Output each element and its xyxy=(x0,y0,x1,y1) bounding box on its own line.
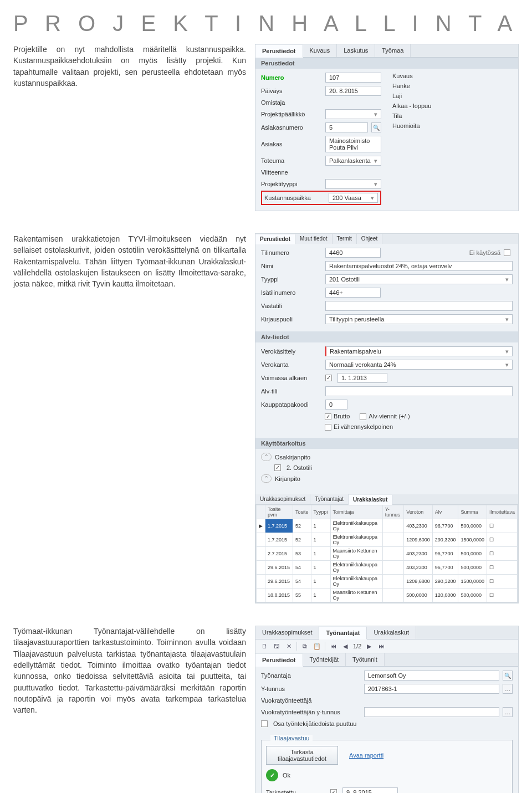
subtab-tyontekijat[interactable]: Työntekijät xyxy=(303,653,346,666)
label-isatilinumero: Isätilinumero xyxy=(261,289,322,296)
eivahennys-checkbox[interactable] xyxy=(325,424,331,431)
label-tyonantaja: Työnantaja xyxy=(261,672,361,679)
urakkalaskut-grid[interactable]: Tosite pvmTositeTyyppiToimittajaY-tunnus… xyxy=(255,504,518,603)
last-icon[interactable]: ⏭ xyxy=(377,642,386,651)
new-icon[interactable]: 🗋 xyxy=(260,642,269,651)
kustannuspaikka-select[interactable]: 200 Vaasa xyxy=(329,193,378,203)
section-header: Perustiedot xyxy=(255,58,518,69)
label-voimassa: Voimassa alkaen xyxy=(261,375,322,381)
brutto-checkbox[interactable] xyxy=(325,413,331,420)
nimi-field[interactable]: Rakentamispalveluostot 24%, ostaja verov… xyxy=(325,261,513,271)
tab-perustiedot2[interactable]: Perustiedot xyxy=(255,234,295,244)
label-paallikko: Projektipäällikkö xyxy=(261,111,322,117)
ei-kaytossa-checkbox[interactable] xyxy=(504,249,510,256)
page-title: P R O J E K T I N H A L L I N T A xyxy=(13,11,519,36)
search-icon[interactable]: 🔍 xyxy=(371,122,381,132)
next-icon[interactable]: ▶ xyxy=(365,642,374,651)
paste-icon[interactable]: 📋 xyxy=(313,642,321,651)
project-basicinfo-panel: Perustiedot Kuvaus Laskutus Työmaa Perus… xyxy=(255,44,519,211)
vuokray-field[interactable] xyxy=(364,707,499,717)
label-asiakas: Asiakas xyxy=(261,141,322,147)
grid-tab-tyonantajat[interactable]: Työnantajat xyxy=(310,494,349,504)
ytunnus-field[interactable]: 2017863-1 xyxy=(364,684,499,694)
tab-perustiedot[interactable]: Perustiedot xyxy=(255,45,303,58)
label-tila: Tila xyxy=(392,112,442,119)
tab-tyomaa[interactable]: Työmaa xyxy=(375,44,411,57)
label-kustpaikka: Kustannuspaikka xyxy=(264,195,325,201)
label-vastatili: Vastatili xyxy=(261,303,322,309)
subtab-tyotunnit[interactable]: Työtunnit xyxy=(346,653,385,666)
more-icon[interactable]: … xyxy=(503,707,513,717)
label-vuokra: Vuokratyönteettäjä xyxy=(261,697,361,704)
tab-laskutus[interactable]: Laskutus xyxy=(337,44,375,57)
ok-label: Ok xyxy=(283,772,290,779)
vastatili-field[interactable] xyxy=(325,301,513,311)
label-prtyyppi: Projektityyppi xyxy=(261,181,322,187)
asiakasnumero-field[interactable]: 5 xyxy=(325,122,368,132)
kauppatapa-field[interactable]: 0 xyxy=(325,400,347,410)
puuttuu-checkbox[interactable] xyxy=(261,720,268,727)
label-viitteenne: Viitteenne xyxy=(261,169,322,176)
alvviennit-checkbox[interactable] xyxy=(360,413,366,420)
tab-kuvaus[interactable]: Kuvaus xyxy=(303,44,337,57)
puuttuu-label: Osa työntekijätiedoista puuttuu xyxy=(273,720,356,727)
voimassa-checkbox[interactable] xyxy=(325,375,332,381)
prtyyppi-select[interactable] xyxy=(325,179,381,189)
alv-header: Alv-tiedot xyxy=(255,331,518,342)
body-paragraph-3: Työmaat-ikkunan Työnantajat-välilehdelle… xyxy=(13,626,246,715)
voimassa-date[interactable]: 1. 1.2013 xyxy=(337,373,387,383)
kirjauspuoli-select[interactable]: Tilityypin perusteella xyxy=(325,314,513,324)
tyonantajat-panel: Urakkasopimukset Työnantajat Urakkalasku… xyxy=(255,626,519,793)
tarkasta-button[interactable]: Tarkasta tilaajavastuutiedot xyxy=(266,746,338,765)
more-icon[interactable]: … xyxy=(503,684,513,694)
paallikko-select[interactable] xyxy=(325,109,381,119)
account-settings-panel: Perustiedot Muut tiedot Termit Ohjeet Ti… xyxy=(255,233,519,603)
chevron-up-icon[interactable]: ⌃ xyxy=(261,474,272,483)
avaa-raportti-link[interactable]: Avaa raportti xyxy=(349,752,383,759)
tab3-urakkalaskut[interactable]: Urakkalaskut xyxy=(367,626,416,639)
prev-icon[interactable]: ◀ xyxy=(341,642,350,651)
tarkastettu-date[interactable]: 9. 9.2015 xyxy=(342,787,398,793)
verokanta-select[interactable]: Normaali verokanta 24% xyxy=(325,360,513,370)
toteuma-select[interactable]: Palkanlaskenta xyxy=(325,156,381,166)
copy-icon[interactable]: ⧉ xyxy=(300,642,309,651)
alvtili-field[interactable] xyxy=(325,386,513,396)
tab-termit[interactable]: Termit xyxy=(332,234,357,244)
tyyppi-select[interactable]: 201 Ostotili xyxy=(325,274,513,284)
label-toteuma: Toteuma xyxy=(261,157,322,164)
label-tilinumero: Tilinumero xyxy=(261,249,322,256)
label-tyyppi: Tyyppi xyxy=(261,276,322,283)
label-huomioita: Huomioita xyxy=(392,122,442,129)
asiakas-field[interactable]: Mainostoimisto Pouta Pilvi xyxy=(325,136,381,152)
ei-kaytossa-label: Ei käytössä xyxy=(469,249,500,256)
tarkastettu-checkbox[interactable] xyxy=(330,789,337,793)
label-verokasittely: Verokäsittely xyxy=(261,348,322,355)
tab3-urakkasop[interactable]: Urakkasopimukset xyxy=(255,626,319,639)
numero-field[interactable]: 107 xyxy=(325,73,381,83)
subtab-perustiedot[interactable]: Perustiedot xyxy=(255,654,303,667)
tab-muuttiedot[interactable]: Muut tiedot xyxy=(295,234,332,244)
tab3-tyonantajat[interactable]: Työnantajat xyxy=(319,627,367,639)
search-icon[interactable]: 🔍 xyxy=(503,671,513,681)
tab-ohjeet[interactable]: Ohjeet xyxy=(357,234,382,244)
tyonantaja-field[interactable]: Lemonsoft Oy xyxy=(364,671,499,681)
grid-tab-urakkalaskut[interactable]: Urakkalaskut xyxy=(349,495,392,505)
tilaajavastuu-title: Tilaajavastuu xyxy=(270,735,313,741)
delete-icon[interactable]: ✕ xyxy=(284,642,293,651)
tilinumero-field[interactable]: 4460 xyxy=(325,248,381,258)
grid-tab-urakkasop[interactable]: Urakkasopimukset xyxy=(255,494,310,504)
label-asiakasnumero: Asiakasnumero xyxy=(261,124,322,131)
brutto-label: Brutto xyxy=(334,413,350,419)
isatilinumero-field[interactable]: 446+ xyxy=(325,288,381,298)
chevron-up-icon[interactable]: ⌃ xyxy=(261,453,272,461)
label-ytunnus: Y-tunnus xyxy=(261,685,361,692)
first-icon[interactable]: ⏮ xyxy=(329,642,337,651)
label-verokanta: Verokanta xyxy=(261,361,322,368)
paivays-field[interactable]: 20. 8.2015 xyxy=(325,86,381,96)
kt-ostotili-checkbox[interactable] xyxy=(274,464,281,471)
save-icon[interactable]: 🖫 xyxy=(272,642,281,651)
label-kirjauspuoli: Kirjauspuoli xyxy=(261,316,322,323)
label-nimi: Nimi xyxy=(261,263,322,269)
alvviennit-label: Alv-viennit (+/-) xyxy=(369,413,410,419)
verokasittely-select[interactable]: Rakentamispalvelu xyxy=(325,346,513,356)
